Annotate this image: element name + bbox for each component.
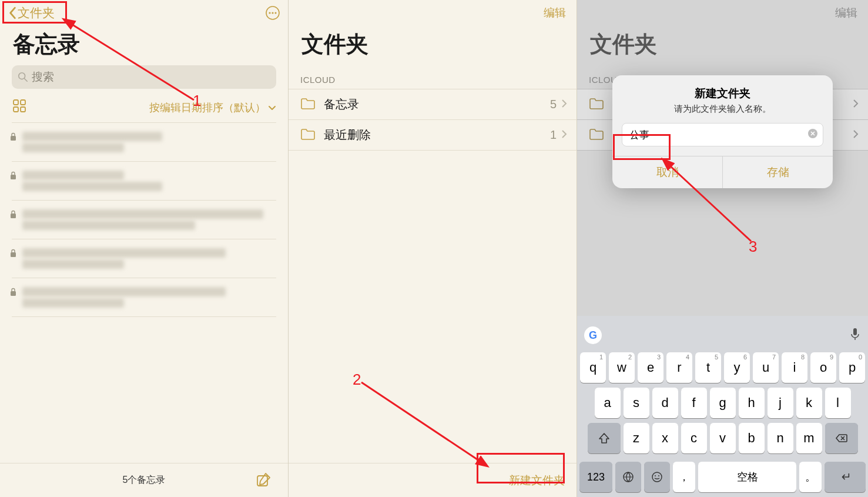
page-title: 文件夹 xyxy=(289,26,577,65)
key-q[interactable]: 1q xyxy=(580,352,606,383)
key-k[interactable]: k xyxy=(796,388,822,418)
key-b[interactable]: b xyxy=(739,423,765,453)
lock-icon xyxy=(9,132,17,144)
edit-button[interactable]: 编辑 xyxy=(538,3,572,23)
lock-icon xyxy=(9,171,17,182)
key-l[interactable]: l xyxy=(825,388,851,418)
globe-key[interactable] xyxy=(615,462,641,492)
chevron-right-icon xyxy=(561,99,567,111)
space-key[interactable]: 空格 xyxy=(698,462,796,492)
key-r[interactable]: 4r xyxy=(666,352,692,383)
key-o[interactable]: 9o xyxy=(810,352,836,383)
key-t[interactable]: 5t xyxy=(695,352,721,383)
comma-key[interactable]: ， xyxy=(673,462,695,492)
note-item[interactable] xyxy=(12,122,276,162)
folder-name: 备忘录 xyxy=(324,96,550,112)
svg-rect-10 xyxy=(11,136,16,141)
key-d[interactable]: d xyxy=(652,388,678,418)
key-g[interactable]: g xyxy=(710,388,736,418)
key-c[interactable]: c xyxy=(681,423,707,453)
folder-row-trash[interactable]: 最近删除 1 xyxy=(289,119,577,151)
key-a[interactable]: a xyxy=(595,388,621,418)
google-logo-icon[interactable]: G xyxy=(584,326,602,344)
folder-name-input[interactable] xyxy=(627,126,807,143)
edit-button: 编辑 xyxy=(829,3,863,23)
svg-rect-14 xyxy=(11,291,16,296)
svg-point-1 xyxy=(269,12,270,14)
notes-list-panel: 文件夹 备忘录 搜索 按编辑日期排序（默认） xyxy=(0,0,289,497)
back-to-folders-button[interactable]: 文件夹 xyxy=(5,4,58,22)
page-title: 备忘录 xyxy=(0,26,288,65)
clear-input-button[interactable] xyxy=(807,128,818,141)
note-item[interactable] xyxy=(12,201,276,239)
svg-rect-7 xyxy=(21,100,25,105)
folder-row-notes[interactable]: 备忘录 5 xyxy=(289,89,577,120)
dialog-cancel-button[interactable]: 取消 xyxy=(612,156,722,188)
key-w[interactable]: 2w xyxy=(609,352,635,383)
svg-point-2 xyxy=(272,12,273,14)
search-icon xyxy=(18,72,28,82)
page-title: 文件夹 xyxy=(577,26,868,65)
shift-key[interactable] xyxy=(588,423,621,453)
nav-bar: 文件夹 xyxy=(0,0,288,26)
delete-key[interactable] xyxy=(825,423,858,453)
key-i[interactable]: 8i xyxy=(782,352,807,383)
key-x[interactable]: x xyxy=(652,423,678,453)
svg-line-5 xyxy=(25,79,28,82)
note-item[interactable] xyxy=(12,278,276,317)
chevron-right-icon xyxy=(853,129,859,141)
search-input[interactable]: 搜索 xyxy=(12,65,276,89)
compose-button[interactable] xyxy=(255,472,272,491)
key-j[interactable]: j xyxy=(768,388,793,418)
key-u[interactable]: 7u xyxy=(753,352,779,383)
dialog-save-button[interactable]: 存储 xyxy=(722,156,833,188)
annotation-number-3: 3 xyxy=(749,238,757,256)
grid-view-icon[interactable] xyxy=(12,98,27,116)
folders-panel: 编辑 文件夹 ICLOUD 备忘录 5 最近删除 1 新建文件夹 xyxy=(289,0,577,497)
new-folder-dialog-panel: 编辑 文件夹 ICLOUI 备 最 新建文件夹 请为此文件夹输入名称。 xyxy=(577,0,868,497)
svg-point-19 xyxy=(652,472,662,482)
return-key[interactable] xyxy=(825,462,866,492)
note-item[interactable] xyxy=(12,239,276,278)
chevron-down-icon xyxy=(268,104,276,112)
annotation-number-2: 2 xyxy=(353,371,361,389)
key-s[interactable]: s xyxy=(624,388,649,418)
emoji-key[interactable] xyxy=(644,462,670,492)
key-z[interactable]: z xyxy=(624,423,649,453)
lock-icon xyxy=(9,249,17,260)
annotation-number-1: 1 xyxy=(193,92,201,110)
number-key[interactable]: 123 xyxy=(579,462,612,492)
nav-bar: 编辑 xyxy=(577,0,868,26)
key-n[interactable]: n xyxy=(768,423,793,453)
key-e[interactable]: 3e xyxy=(638,352,663,383)
key-f[interactable]: f xyxy=(681,388,707,418)
svg-point-3 xyxy=(274,12,276,14)
more-options-button[interactable] xyxy=(262,2,283,24)
key-m[interactable]: m xyxy=(796,423,822,453)
svg-rect-17 xyxy=(853,328,857,335)
folder-list: 备忘录 5 最近删除 1 xyxy=(289,89,577,151)
svg-rect-6 xyxy=(14,100,18,105)
svg-rect-9 xyxy=(21,107,25,112)
note-item[interactable] xyxy=(12,162,276,201)
folder-icon xyxy=(589,97,604,112)
mic-icon[interactable] xyxy=(849,327,861,343)
nav-bar: 编辑 xyxy=(289,0,577,26)
new-folder-button[interactable]: 新建文件夹 xyxy=(509,473,565,488)
sort-row: 按编辑日期排序（默认） xyxy=(0,95,288,122)
folder-name-input-wrap[interactable] xyxy=(622,123,823,146)
search-placeholder: 搜索 xyxy=(32,69,54,85)
key-y[interactable]: 6y xyxy=(724,352,750,383)
period-key[interactable]: 。 xyxy=(799,462,822,492)
folder-icon xyxy=(300,128,316,143)
svg-point-20 xyxy=(655,475,656,476)
note-count: 5个备忘录 xyxy=(123,474,166,486)
sort-button[interactable]: 按编辑日期排序（默认） xyxy=(149,101,276,115)
back-label: 文件夹 xyxy=(18,5,55,21)
chevron-right-icon xyxy=(561,129,567,141)
folder-icon xyxy=(589,128,604,143)
key-p[interactable]: 0p xyxy=(839,352,865,383)
key-h[interactable]: h xyxy=(739,388,765,418)
dialog-subtitle: 请为此文件夹输入名称。 xyxy=(612,104,833,123)
key-v[interactable]: v xyxy=(710,423,736,453)
